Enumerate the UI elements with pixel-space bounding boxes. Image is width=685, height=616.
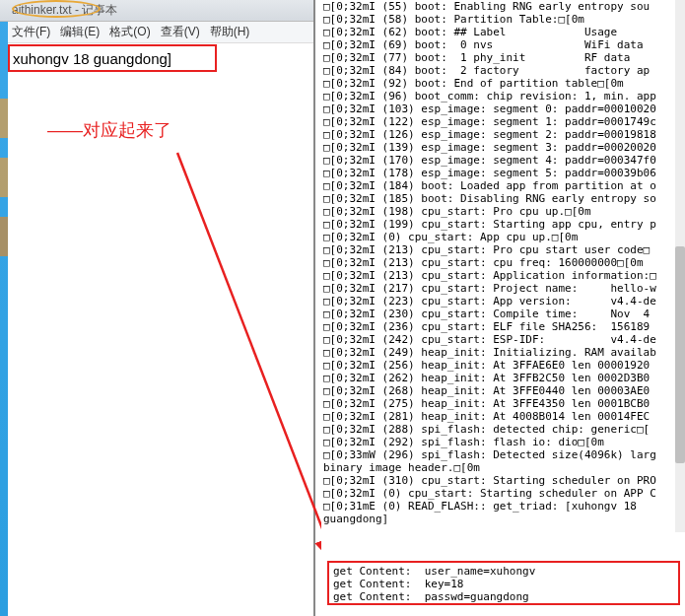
task-icon (0, 158, 8, 197)
menu-format[interactable]: 格式(O) (109, 24, 150, 40)
scrollbar-thumb[interactable] (675, 246, 685, 463)
menu-view[interactable]: 查看(V) (161, 24, 200, 40)
result-highlight-box: get Content: user_name=xuhongv get Conte… (327, 561, 680, 605)
notepad-content[interactable]: xuhongv 18 guangdong] (13, 50, 171, 67)
console-output[interactable]: □[0;32mI (55) boot: Enabling RNG early e… (321, 0, 685, 525)
result-line2: get Content: key=18 (333, 578, 463, 590)
result-line3: get Content: passwd=guangdong (333, 590, 529, 603)
result-line1: get Content: user_name=xuhongv (333, 565, 535, 578)
scrollbar-track[interactable] (675, 0, 685, 532)
notepad-window: aithinker.txt - 记事本 文件(F) 编辑(E) 格式(O) 查看… (0, 0, 315, 616)
console-panel: □[0;32mI (55) boot: Enabling RNG early e… (321, 0, 685, 616)
notepad-title: aithinker.txt - 记事本 (12, 2, 117, 19)
menu-edit[interactable]: 编辑(E) (60, 24, 100, 40)
menu-file[interactable]: 文件(F) (12, 24, 50, 40)
content-highlight-box: xuhongv 18 guangdong] (8, 44, 217, 72)
notepad-menubar: 文件(F) 编辑(E) 格式(O) 查看(V) 帮助(H) (0, 22, 313, 43)
task-icon (0, 217, 8, 256)
task-icon (0, 99, 8, 138)
taskbar-strip (0, 0, 8, 616)
menu-help[interactable]: 帮助(H) (210, 24, 250, 40)
annotation-text: ——对应起来了 (47, 118, 171, 142)
notepad-titlebar[interactable]: aithinker.txt - 记事本 (0, 0, 313, 22)
